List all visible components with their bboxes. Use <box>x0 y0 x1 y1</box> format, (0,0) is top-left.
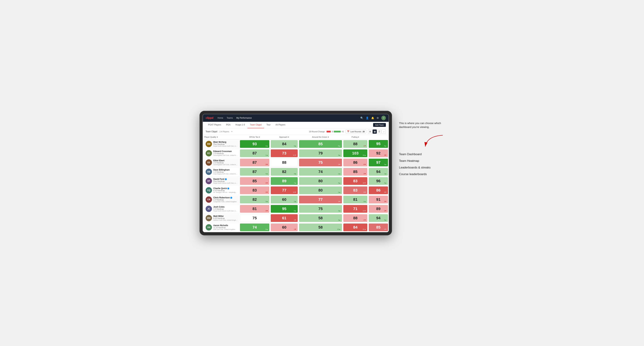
score-cell-8-1: 61 3▼ <box>270 213 298 223</box>
tablet-screen: clippd Home Teams My Performance 🔍 👤 🔔 ⚙… <box>203 114 389 232</box>
annotation-intro: This is where you can choose which dashb… <box>399 121 444 129</box>
table-row[interactable]: CR Chris Robertson 1-5 Handicap Craigmil… <box>203 195 389 204</box>
nav-my-performance[interactable]: My Performance <box>236 116 252 120</box>
score-change: 3▼ <box>364 173 366 174</box>
search-icon[interactable]: 🔍 <box>360 117 363 119</box>
edit-icon[interactable]: ✏ <box>231 130 233 133</box>
score-value: 86 <box>376 188 380 192</box>
score-box: 95 9▲ <box>369 140 388 148</box>
col-approach[interactable]: Approach ▾ <box>270 135 298 140</box>
score-change: 4▲ <box>266 173 268 174</box>
player-cell-3[interactable]: DB Dave Billingham 1-5 Handicap Gog Mago… <box>203 167 239 176</box>
add-team-button[interactable]: Add Team <box>373 123 386 127</box>
score-box: 74 8▲ <box>240 223 269 231</box>
avatar[interactable]: U <box>381 116 386 120</box>
score-box: 83 3▼ <box>240 186 269 194</box>
score-box: 60 2▲ <box>271 196 298 203</box>
player-cell-5[interactable]: CQ Charlie Quick 6-10 Handicap St. Georg… <box>203 185 239 195</box>
view-list-icon[interactable]: ☰ <box>377 130 381 134</box>
score-value: 77 <box>318 198 322 201</box>
player-cell-7[interactable]: JC Josh Coles 1-5 Handicap Royal North D… <box>203 204 239 213</box>
settings-icon[interactable]: ⚙ <box>376 117 379 119</box>
score-value: 86 <box>353 161 357 165</box>
nav-teams[interactable]: Teams <box>226 116 233 120</box>
player-details: Chris Robertson 1-5 Handicap Craigmillar… <box>213 196 236 202</box>
player-cell-2[interactable]: EE Elliot Ebert 1-5 Handicap Sunningdale… <box>203 158 239 167</box>
score-change: 3▼ <box>384 201 386 202</box>
player-cell-0[interactable]: BM Blair McHarg Plus Handicap Royal Nort… <box>203 139 239 149</box>
view-export-icon[interactable]: ↓ <box>382 130 386 134</box>
annotation-item-2: Leaderboards & streaks <box>399 166 444 169</box>
player-info-cell: EC Edward Crossman 1-5 Handicap Sunningd… <box>203 149 239 157</box>
table-row[interactable]: EC Edward Crossman 1-5 Handicap Sunningd… <box>203 149 389 158</box>
score-value: 87 <box>252 151 257 155</box>
table-row[interactable]: MM Matt Miller 6-10 Handicap Woburn Golf… <box>203 213 389 223</box>
tab-tour[interactable]: Tour <box>264 122 273 128</box>
view-heatmap-icon[interactable]: ▦ <box>372 130 377 134</box>
score-box: 96 3▲ <box>369 177 388 185</box>
score-change: 4▼ <box>384 228 386 230</box>
col-putting[interactable]: Putting ▾ <box>343 135 368 140</box>
player-cell-8[interactable]: MM Matt Miller 6-10 Handicap Woburn Golf… <box>203 213 239 223</box>
score-change: 3▼ <box>266 191 268 193</box>
score-value: 103 <box>352 151 358 155</box>
table-row[interactable]: DB Dave Billingham 1-5 Handicap Gog Mago… <box>203 167 389 176</box>
score-value: 88 <box>282 161 286 165</box>
score-cell-4-2: 80 3▲ <box>298 176 343 185</box>
table-row[interactable]: DF David Ford Plus Handicap Royal North … <box>203 176 389 185</box>
score-change: 3▼ <box>294 219 296 221</box>
table-row[interactable]: CQ Charlie Quick 6-10 Handicap St. Georg… <box>203 185 389 195</box>
bar-green <box>334 131 341 133</box>
score-value: 85 <box>353 170 357 174</box>
tab-all-players[interactable]: All Players <box>273 122 288 128</box>
score-cell-7-4: 89 2▼ <box>368 204 389 213</box>
player-cell-1[interactable]: EC Edward Crossman 1-5 Handicap Sunningd… <box>203 149 239 158</box>
score-change: 3▼ <box>338 164 340 165</box>
score-box: 94 1▲ <box>369 168 388 176</box>
table-row[interactable]: JC Josh Coles 1-5 Handicap Royal North D… <box>203 204 389 213</box>
bell-icon[interactable]: 🔔 <box>371 117 374 119</box>
table-row[interactable]: AN Aaron Nicholls 11-15 Handicap Drift G… <box>203 223 389 232</box>
logo: clippd <box>206 116 213 120</box>
col-around-green[interactable]: Around the Green ▾ <box>298 135 343 140</box>
col-player-quality[interactable]: Player Quality ▾ <box>203 135 239 140</box>
score-box: 81 4▲ <box>343 196 367 203</box>
navbar: clippd Home Teams My Performance 🔍 👤 🔔 ⚙… <box>203 114 389 122</box>
col-off-tee[interactable]: Off the Tee ▾ <box>239 135 270 140</box>
score-value: 74 <box>252 225 257 229</box>
score-change: 7▲ <box>294 182 296 184</box>
score-change: 2▲ <box>338 210 340 212</box>
nav-home[interactable]: Home <box>218 116 223 120</box>
score-value: 58 <box>318 225 322 229</box>
player-cell-6[interactable]: CR Chris Robertson 1-5 Handicap Craigmil… <box>203 195 239 204</box>
score-value: 82 <box>252 198 257 201</box>
player-cell-4[interactable]: DF David Ford Plus Handicap Royal North … <box>203 176 239 185</box>
score-box: 74 1▲ <box>299 168 342 176</box>
player-name: Elliot Ebert <box>213 159 238 162</box>
score-cell-9-4: 85 4▼ <box>368 223 389 232</box>
player-cell-9[interactable]: AN Aaron Nicholls 11-15 Handicap Drift G… <box>203 223 239 232</box>
score-box: 75 2▲ <box>299 205 342 213</box>
tab-pga[interactable]: PGA <box>224 122 233 128</box>
table-row[interactable]: BM Blair McHarg Plus Handicap Royal Nort… <box>203 139 389 149</box>
round-change-bar: -5 +5 <box>326 131 344 133</box>
score-value: 83 <box>353 179 357 183</box>
last-rounds-button[interactable]: 📅 Last Rounds: 20 <box>346 130 366 133</box>
tab-team-clippd[interactable]: Team Clippd <box>248 122 264 128</box>
score-value: 94 <box>376 170 380 174</box>
player-club: Woburn Golf Club, United Kingdom <box>213 219 238 221</box>
score-change: 1▲ <box>384 173 386 174</box>
tab-pgat-players[interactable]: PGAT Players <box>206 122 224 128</box>
score-cell-7-3: 71 11▼ <box>343 204 368 213</box>
tab-hcaps[interactable]: Hcaps 1-5 <box>233 122 248 128</box>
score-change: 11▼ <box>362 210 366 212</box>
score-change: 3▲ <box>338 182 340 184</box>
score-cell-9-3: 84 21▲ <box>343 223 368 232</box>
view-grid-icon[interactable]: ⊞ <box>368 130 372 134</box>
table-row[interactable]: EE Elliot Ebert 1-5 Handicap Sunningdale… <box>203 158 389 167</box>
profile-icon[interactable]: 👤 <box>366 117 369 119</box>
score-cell-9-0: 74 8▲ <box>239 223 270 232</box>
score-cell-8-2: 58 4▲ <box>298 213 343 223</box>
score-value: 92 <box>376 151 380 155</box>
score-value: 58 <box>318 216 322 220</box>
